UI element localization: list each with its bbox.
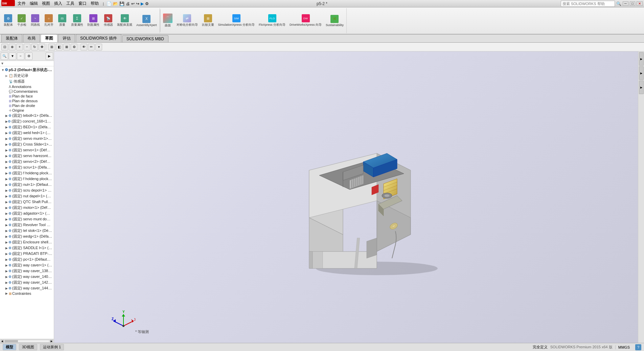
- toolbar-btn-mass[interactable]: m 质量: [56, 14, 68, 28]
- tree-item-weld[interactable]: ▶ ⚙ (固定) weld hed<1> (Déf...: [1, 130, 53, 136]
- tab-sw-plugin[interactable]: SOLIDWORKS 插件: [76, 34, 121, 42]
- panel-filter-button[interactable]: ▼: [9, 52, 16, 60]
- tree-item-waycaver138[interactable]: ▶ ⚙ (固定) way caver_138<1>...: [1, 268, 53, 274]
- toolbar-btn-assembly[interactable]: ⚙ 装配体: [2, 14, 14, 28]
- zoom-in-button[interactable]: +: [16, 44, 23, 50]
- display-style-button[interactable]: ◧: [56, 44, 63, 50]
- menu-edit[interactable]: 编辑: [28, 1, 39, 6]
- toolbar-btn-sensor[interactable]: 📡 传感器: [102, 14, 114, 28]
- menu-window[interactable]: 窗口: [77, 1, 88, 6]
- tree-item-concret[interactable]: ▶ ⚙ (固定) concret_168<1> (Défaut<...: [1, 118, 53, 124]
- quick-rebuild[interactable]: ▶: [141, 1, 144, 6]
- tree-item-commentaires[interactable]: 💬 Commentaires: [1, 89, 53, 94]
- close-button[interactable]: ✕: [637, 1, 643, 6]
- right-panel-btn-1[interactable]: ▶: [639, 52, 644, 66]
- tree-item-history[interactable]: ▶ 📋 历史记录: [1, 73, 53, 79]
- search-input[interactable]: [561, 1, 615, 7]
- tree-item-scrudepol[interactable]: ▶ ⚙ (固定) scru depol<1> (Dé...: [1, 188, 53, 193]
- tree-item-teboll[interactable]: ▶ ⚙ (固定) teboll<1> (Défaut<...: [1, 113, 53, 118]
- tree-item-motor[interactable]: ▶ ⚙ (固定) motor<1> (Défaut...: [1, 205, 53, 211]
- edit-component-button[interactable]: ✏: [88, 44, 95, 50]
- quick-redo[interactable]: ↪: [136, 1, 139, 6]
- view-settings-button[interactable]: ⚙: [71, 44, 77, 50]
- tree-item-revolver[interactable]: ▶ ⚙ (固定) Revolver Tool Cha...: [1, 222, 53, 228]
- status-mmgs[interactable]: MMGS: [615, 345, 632, 349]
- menu-view[interactable]: 视图: [41, 1, 51, 6]
- quick-new[interactable]: 📄: [107, 1, 112, 6]
- tree-item-plan-face[interactable]: ⊠ Plan de face: [1, 94, 53, 98]
- view-more-button[interactable]: ▾: [95, 44, 102, 50]
- tree-item-scru1[interactable]: ▶ ⚙ (固定) scru<1> (Défaut<...: [1, 164, 53, 170]
- tree-item-saddle[interactable]: ▶ ⚙ (固定) SADDLE l<1> (Déf...: [1, 245, 53, 251]
- tree-item-waycaver142[interactable]: ▶ ⚙ (固定) way caver_142<1>...: [1, 280, 53, 285]
- panel-search-button[interactable]: 🔍: [1, 52, 8, 60]
- root-collapse-arrow[interactable]: ▼: [1, 68, 5, 72]
- tree-item-contraintes[interactable]: ▶ ⊞ Contraintes: [1, 291, 53, 296]
- pan-button[interactable]: ✥: [39, 44, 45, 50]
- zoom-to-fit-button[interactable]: ⊡: [1, 44, 8, 50]
- tree-item-pc[interactable]: ▶ ⚙ (固定) pc<1> (Défaut<D...: [1, 257, 53, 262]
- tree-item-nut1[interactable]: ▶ ⚙ (固定) nut<1> (Défaut<1...: [1, 182, 53, 188]
- tab-evaluate[interactable]: 评估: [58, 34, 75, 42]
- menu-help[interactable]: 帮助: [89, 1, 100, 6]
- toolbar-btn-driveworks[interactable]: DW DriveWorksXpress 向导: [288, 14, 323, 28]
- tree-item-bed[interactable]: ▶ ⚙ (固定) BED<1> (Défaut<...: [1, 124, 53, 130]
- tree-item-pragati[interactable]: ▶ ⚙ (固定) PRAGATI BTP-63<...: [1, 251, 53, 257]
- quick-options[interactable]: ⚙: [145, 1, 149, 6]
- tree-item-wedg[interactable]: ▶ ⚙ (固定) wedg<1> (Défaut<...: [1, 234, 53, 239]
- toolbar-btn-simulation[interactable]: SIM SimulationXpress 分析向导: [217, 14, 256, 28]
- tree-item-fhold1[interactable]: ▶ ⚙ (固定) f holdeng plock<1...: [1, 170, 53, 176]
- maximize-button[interactable]: □: [630, 1, 635, 6]
- tree-item-origine[interactable]: ✛ Origine: [1, 108, 53, 113]
- feature-tree[interactable]: ▼ ⚙ p5-2 (Défaut<显示状态-1>) ▶ 📋 历史记录 📡 传感器…: [0, 66, 54, 339]
- tree-item-enclosure[interactable]: ▶ ⚙ (固定) Enclosure shell<1>...: [1, 239, 53, 245]
- toolbar-btn-hole[interactable]: ○ 孔对齐: [43, 14, 55, 28]
- tree-item-servo2[interactable]: ▶ ⚙ (固定) servo<2> (Défaut<...: [1, 159, 53, 164]
- tree-item-waycaver[interactable]: ▶ ⚙ (固定) way caver<1> (Déf...: [1, 262, 53, 268]
- tree-item-waycaver140[interactable]: ▶ ⚙ (固定) way caver_140<1>...: [1, 274, 53, 280]
- quick-open[interactable]: 📂: [113, 1, 118, 6]
- tab-sketch[interactable]: 草图: [41, 34, 58, 42]
- tree-item-adgastor[interactable]: ▶ ⚙ (固定) adgastor<1> (Déf...: [1, 211, 53, 216]
- quick-save[interactable]: 💾: [119, 1, 124, 6]
- toolbar-btn-prop[interactable]: Σ 质量属性: [70, 14, 85, 28]
- toolbar-btn-compare[interactable]: ⊞ 比较文量: [201, 14, 215, 28]
- tree-item-fhold2[interactable]: ▶ ⚙ (固定) f holdeng plock<2...: [1, 176, 53, 182]
- toolbar-btn-flow[interactable]: FLO FloXpress 分析向导: [257, 14, 287, 28]
- quick-undo[interactable]: ↩: [131, 1, 135, 6]
- tree-item-plan-dessus[interactable]: ⊠ Plan de dessus: [1, 98, 53, 103]
- tree-item-plan-droite[interactable]: ⊠ Plan de droite: [1, 103, 53, 108]
- tree-item-waycaver144[interactable]: ▶ ⚙ (固定) way caver_144<1>...: [1, 285, 53, 291]
- toolbar-btn-route[interactable]: ~ 同路线: [29, 14, 41, 28]
- toolbar-btn-section[interactable]: ⊞ 剖面属性: [86, 14, 101, 28]
- toolbar-btn-check[interactable]: ✓ 千步检: [16, 14, 28, 28]
- quick-print[interactable]: 🖨: [126, 1, 130, 6]
- tab-sw-mbd[interactable]: SOLIDWORKS MBD: [122, 35, 168, 42]
- rotate-button[interactable]: ↻: [31, 44, 38, 50]
- toolbar-btn-mirror[interactable]: ⇌ 对称化分析向导: [175, 14, 199, 28]
- tab-assembly[interactable]: 装配体: [1, 34, 22, 42]
- scroll-left-button[interactable]: ◄: [1, 339, 4, 343]
- toolbar-btn-xpert[interactable]: X AssemblyXpert: [135, 14, 158, 27]
- zoom-out-button[interactable]: −: [24, 44, 30, 50]
- tree-item-servoh[interactable]: ▶ ⚙ (固定) servo harezontal<...: [1, 153, 53, 159]
- tree-item-servo-munt[interactable]: ▶ ⚙ (固定) servo munt<1> (D...: [1, 136, 53, 141]
- panel-options-button[interactable]: ⚙: [25, 52, 32, 60]
- tree-item-crossslide[interactable]: ▶ ⚙ (固定) Cross Slide<1> (Dé...: [1, 141, 53, 147]
- right-panel-btn-2[interactable]: ▶: [639, 66, 644, 80]
- scroll-right-button[interactable]: ►: [50, 339, 53, 343]
- tree-item-servo1[interactable]: ▶ ⚙ (固定) servo<1> (Défaut<...: [1, 147, 53, 153]
- panel-collapse-button[interactable]: −: [17, 52, 24, 60]
- tree-item-nutdapel[interactable]: ▶ ⚙ (固定) nut dapel<1> (Déf...: [1, 193, 53, 199]
- tree-item-qtc[interactable]: ▶ ⚙ (固定) QTC Shaft Pulley<1...: [1, 199, 53, 205]
- section-view-button[interactable]: ⊠: [63, 44, 70, 50]
- right-panel-btn-3[interactable]: ▶: [639, 81, 644, 94]
- tree-item-servodon[interactable]: ▶ ⚙ (固定) servo munt don<1...: [1, 216, 53, 222]
- panel-more-button[interactable]: ▶: [46, 52, 53, 60]
- view-orient-button[interactable]: ⊞: [48, 44, 55, 50]
- statusbar-tab-motion[interactable]: 运动算例 1: [40, 344, 64, 350]
- toolbar-btn-surface[interactable]: ⌒ 曲面: [162, 13, 174, 28]
- hide-show-button[interactable]: 👁: [80, 44, 87, 50]
- statusbar-tab-model[interactable]: 模型: [3, 344, 16, 350]
- menu-file[interactable]: 文件: [16, 1, 27, 6]
